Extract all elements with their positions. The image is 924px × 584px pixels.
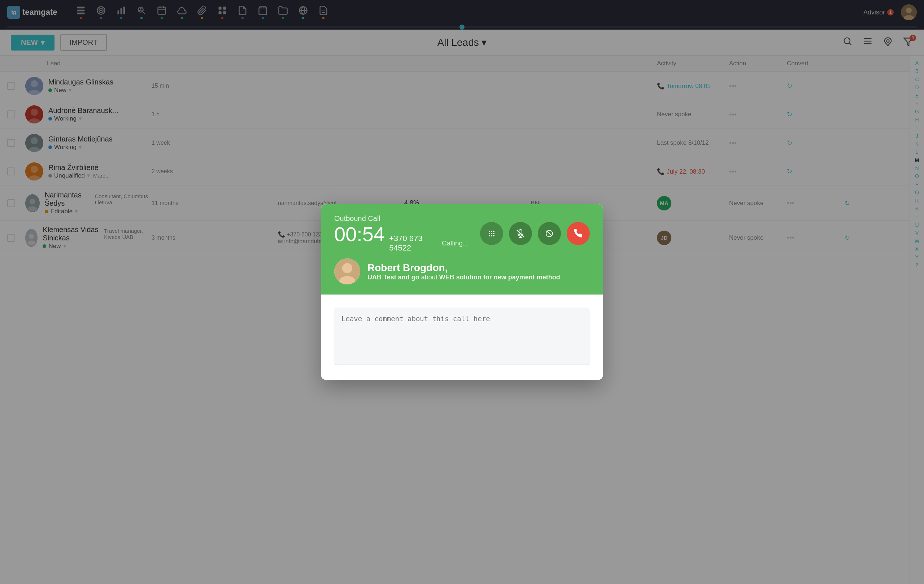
- person-name: Robert Brogdon,: [368, 262, 560, 274]
- call-status: Calling...: [442, 239, 469, 247]
- person-subject: WEB solution for new payment method: [439, 274, 560, 281]
- call-timer: 00:54: [334, 224, 385, 244]
- call-header-bottom: Robert Brogdon, UAB Test and go about WE…: [334, 259, 590, 284]
- call-body: [321, 295, 603, 380]
- svg-point-60: [493, 235, 495, 236]
- svg-point-52: [489, 231, 490, 232]
- keypad-button[interactable]: [480, 222, 503, 245]
- svg-point-55: [489, 233, 490, 234]
- call-comment-textarea[interactable]: [334, 307, 590, 365]
- call-type-label: Outbound Call: [334, 214, 469, 223]
- end-call-button[interactable]: [567, 222, 590, 245]
- svg-point-57: [493, 233, 495, 234]
- person-company: UAB Test and go: [368, 274, 419, 281]
- hold-button[interactable]: [538, 222, 561, 245]
- call-phone: +370 673 54522: [389, 234, 435, 252]
- svg-point-54: [493, 231, 495, 232]
- svg-point-53: [491, 231, 492, 232]
- svg-point-67: [342, 263, 352, 273]
- call-controls: [480, 222, 590, 245]
- modal-overlay[interactable]: Outbound Call 00:54 +370 673 54522 Calli…: [0, 0, 924, 584]
- person-avatar: [334, 259, 360, 284]
- person-info: Robert Brogdon, UAB Test and go about WE…: [368, 262, 560, 281]
- svg-point-59: [491, 235, 492, 236]
- call-header-top: Outbound Call 00:54 +370 673 54522 Calli…: [334, 214, 590, 252]
- mute-button[interactable]: [509, 222, 532, 245]
- call-modal: Outbound Call 00:54 +370 673 54522 Calli…: [321, 204, 603, 380]
- svg-point-56: [491, 233, 492, 234]
- person-detail: UAB Test and go about WEB solution for n…: [368, 274, 560, 281]
- svg-line-65: [546, 231, 552, 236]
- call-header: Outbound Call 00:54 +370 673 54522 Calli…: [321, 204, 603, 295]
- svg-point-58: [489, 235, 490, 236]
- person-about: about: [421, 274, 437, 281]
